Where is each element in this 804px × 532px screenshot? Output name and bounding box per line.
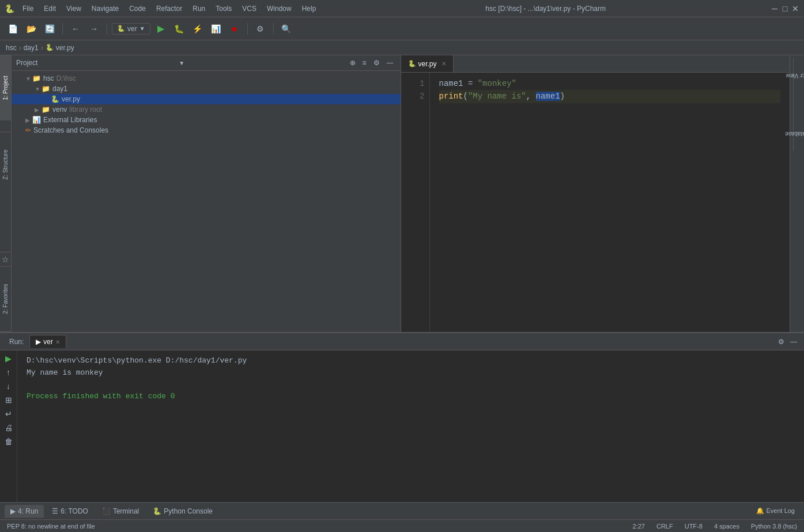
stop-button[interactable]: ■ bbox=[227, 21, 243, 37]
tree-item-day1[interactable]: ▼ 📁 day1 bbox=[12, 84, 401, 94]
breadcrumb-hsc[interactable]: hsc bbox=[6, 44, 17, 52]
run-tab-app-label: 4: Run bbox=[18, 507, 38, 515]
run-with-coverage-button[interactable]: ⚡ bbox=[190, 21, 206, 37]
project-tab-label[interactable]: 1: Project bbox=[0, 55, 11, 120]
code-editor[interactable]: 1 2 name1 = "monkey" print("My name is",… bbox=[401, 73, 790, 332]
run-again-button[interactable]: ▶ bbox=[3, 353, 14, 364]
run-config-name: ver bbox=[127, 25, 137, 33]
right-tab-scrview[interactable]: Scr View bbox=[782, 71, 804, 80]
code-func: print bbox=[439, 92, 463, 101]
debug-button[interactable]: 🐛 bbox=[171, 21, 187, 37]
menu-code[interactable]: Code bbox=[124, 3, 150, 14]
app-tab-terminal[interactable]: ⬛ Terminal bbox=[96, 505, 145, 518]
scroll-up-button[interactable]: ↑ bbox=[4, 367, 13, 378]
tree-item-venv[interactable]: ▶ 📁 venv library root bbox=[12, 104, 401, 115]
code-string: "monkey" bbox=[478, 79, 516, 88]
clear-button[interactable]: 🗑 bbox=[2, 436, 15, 447]
code-token: name1 = bbox=[439, 79, 478, 88]
pep8-warning[interactable]: PEP 8: no newline at end of file bbox=[5, 523, 624, 530]
locate-file-button[interactable]: ⊕ bbox=[348, 58, 358, 68]
run-text: Run: bbox=[9, 338, 24, 346]
menu-window[interactable]: Window bbox=[262, 3, 296, 14]
sync-button[interactable]: 🔄 bbox=[41, 21, 58, 37]
tree-item-ver-py[interactable]: 🐍 ver.py bbox=[12, 94, 401, 104]
run-settings-button[interactable]: ⚙ bbox=[776, 337, 787, 347]
bottom-tab-run[interactable]: ▶ ver ✕ bbox=[29, 335, 66, 348]
ext-libs-arrow: ▶ bbox=[25, 117, 32, 123]
tree-item-external-libs[interactable]: ▶ 📊 External Libraries bbox=[12, 115, 401, 125]
breadcrumb-ver-py[interactable]: ver.py bbox=[56, 44, 74, 52]
menu-navigate[interactable]: Navigate bbox=[87, 3, 123, 14]
day1-arrow: ▼ bbox=[35, 86, 41, 92]
venv-label: venv bbox=[52, 105, 67, 114]
day1-label: day1 bbox=[52, 85, 67, 93]
toolbar: 📄 📂 🔄 ← → 🐍 ver ▼ ▶ 🐛 ⚡ 📊 ■ ⚙ 🔍 bbox=[0, 17, 804, 40]
editor-tab-ver-py[interactable]: 🐍 ver.py ✕ bbox=[401, 55, 454, 72]
run-button[interactable]: ▶ bbox=[153, 21, 169, 37]
tree-item-scratches[interactable]: ✏ Scratches and Consoles bbox=[12, 125, 401, 135]
menu-tools[interactable]: Tools bbox=[211, 3, 236, 14]
menu-run[interactable]: Run bbox=[188, 3, 210, 14]
bottom-tabs-bar: Run: ▶ ver ✕ ⚙ — bbox=[0, 333, 804, 350]
close-button[interactable]: ✕ bbox=[791, 5, 799, 13]
settings-button[interactable]: ⚙ bbox=[252, 21, 269, 37]
day1-folder-icon: 📁 bbox=[41, 85, 50, 93]
favorites-tab-label[interactable]: 2: Favorites bbox=[0, 266, 11, 332]
forward-button[interactable]: → bbox=[86, 21, 102, 37]
app-bottom-bar: ▶ 4: Run ☰ 6: TODO ⬛ Terminal 🐍 Python C… bbox=[0, 502, 804, 519]
app-tab-todo[interactable]: ☰ 6: TODO bbox=[46, 505, 94, 518]
structure-tab-label[interactable]: Z: Structure bbox=[0, 132, 11, 197]
app-icon: 🐍 bbox=[5, 4, 14, 13]
terminal-tab-label: Terminal bbox=[113, 507, 139, 515]
terminal-output[interactable]: D:\hsc\venv\Scripts\python.exe D:/hsc/da… bbox=[17, 350, 804, 502]
minimize-button[interactable]: ─ bbox=[771, 5, 779, 13]
scroll-down-button[interactable]: ↓ bbox=[4, 380, 13, 392]
back-button[interactable]: ← bbox=[67, 21, 84, 37]
tree-item-hsc[interactable]: ▼ 📁 hsc D:\hsc bbox=[12, 73, 401, 84]
line-ending[interactable]: CRLF bbox=[654, 523, 675, 530]
run-config-arrow: ▼ bbox=[139, 25, 145, 32]
wrap-output-button[interactable]: ↵ bbox=[3, 408, 14, 420]
event-log-text: Event Log bbox=[766, 507, 795, 514]
menu-vcs[interactable]: VCS bbox=[237, 3, 261, 14]
run-configuration-selector[interactable]: 🐍 ver ▼ bbox=[112, 23, 150, 35]
venv-sublabel: library root bbox=[69, 105, 102, 114]
menu-help[interactable]: Help bbox=[297, 3, 321, 14]
app-tab-python-console[interactable]: 🐍 Python Console bbox=[147, 505, 218, 518]
menu-file[interactable]: File bbox=[18, 3, 38, 14]
right-tab-database[interactable]: Database bbox=[780, 130, 804, 138]
favorites-star-icon[interactable]: ☆ bbox=[2, 255, 9, 264]
breadcrumb-day1[interactable]: day1 bbox=[24, 44, 39, 52]
profile-button[interactable]: 📊 bbox=[208, 21, 224, 37]
maximize-button[interactable]: □ bbox=[781, 5, 789, 13]
menu-refactor[interactable]: Refactor bbox=[152, 3, 187, 14]
favorites-section: ☆ bbox=[0, 252, 11, 266]
terminal-tab-icon: ⬛ bbox=[102, 507, 111, 515]
tab-close-button[interactable]: ✕ bbox=[441, 61, 446, 67]
event-log-link[interactable]: 🔔 Event Log bbox=[752, 507, 799, 515]
hide-panel-button[interactable]: — bbox=[384, 58, 396, 68]
file-encoding[interactable]: UTF-8 bbox=[682, 523, 705, 530]
app-tab-run[interactable]: ▶ 4: Run bbox=[5, 505, 44, 518]
favorites-tab-text: 2: Favorites bbox=[2, 284, 9, 314]
python-interpreter[interactable]: Python 3.8 (hsc) bbox=[749, 523, 799, 530]
collapse-all-button[interactable]: ≡ bbox=[360, 58, 369, 68]
search-everywhere-button[interactable]: 🔍 bbox=[278, 21, 295, 37]
run-minimize-button[interactable]: — bbox=[788, 337, 799, 347]
cursor-position[interactable]: 2:27 bbox=[631, 523, 647, 530]
hsc-sublabel: D:\hsc bbox=[56, 74, 76, 82]
new-file-button[interactable]: 📄 bbox=[5, 21, 21, 37]
hsc-folder-icon: 📁 bbox=[32, 74, 41, 82]
indent-setting[interactable]: 4 spaces bbox=[712, 523, 742, 530]
term-line-4: Process finished with exit code 0 bbox=[27, 391, 795, 403]
rerun-button[interactable]: ⊞ bbox=[3, 394, 14, 406]
project-dropdown-arrow: ▼ bbox=[179, 60, 184, 66]
menu-view[interactable]: View bbox=[62, 3, 86, 14]
menu-edit[interactable]: Edit bbox=[39, 3, 61, 14]
run-tab-icon: ▶ bbox=[36, 338, 41, 346]
print-button[interactable]: 🖨 bbox=[2, 422, 15, 433]
open-button[interactable]: 📂 bbox=[23, 21, 39, 37]
panel-settings-button[interactable]: ⚙ bbox=[371, 58, 382, 68]
run-tab-close[interactable]: ✕ bbox=[55, 339, 60, 345]
code-content[interactable]: name1 = "monkey" print("My name is", nam… bbox=[430, 73, 790, 332]
